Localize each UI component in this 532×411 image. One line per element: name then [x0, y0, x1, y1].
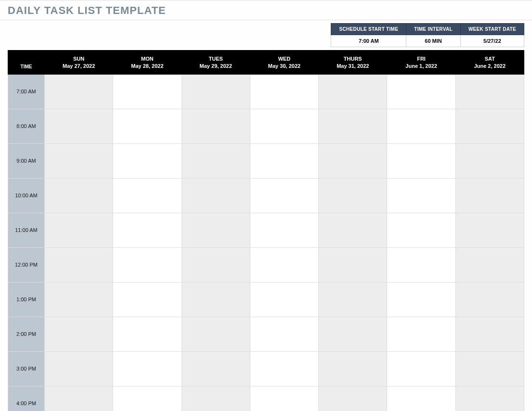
task-cell[interactable] — [455, 351, 524, 386]
task-cell[interactable] — [113, 317, 182, 351]
day-date: May 27, 2022 — [47, 63, 111, 70]
task-cell[interactable] — [182, 386, 250, 411]
day-header-fri: FRI June 1, 2022 — [387, 51, 455, 75]
settings-header-week-start: WEEK START DATE — [460, 24, 524, 35]
task-cell[interactable] — [455, 386, 524, 411]
task-cell[interactable] — [387, 247, 455, 282]
task-cell[interactable] — [319, 178, 387, 213]
day-name: TUES — [184, 55, 248, 63]
task-cell[interactable] — [319, 282, 387, 317]
settings-row: SCHEDULE START TIME TIME INTERVAL WEEK S… — [0, 20, 532, 50]
task-cell[interactable] — [45, 282, 113, 317]
task-cell[interactable] — [319, 109, 387, 143]
task-cell[interactable] — [250, 213, 318, 247]
task-cell[interactable] — [182, 247, 250, 282]
task-cell[interactable] — [182, 282, 250, 317]
schedule-row: 8:00 AM — [8, 109, 524, 143]
settings-value-interval[interactable]: 60 MIN — [406, 35, 461, 47]
task-cell[interactable] — [319, 317, 387, 351]
task-cell[interactable] — [455, 317, 524, 351]
task-cell[interactable] — [319, 247, 387, 282]
task-cell[interactable] — [113, 282, 182, 317]
task-cell[interactable] — [387, 74, 455, 109]
task-cell[interactable] — [113, 109, 182, 143]
task-cell[interactable] — [387, 351, 455, 386]
task-cell[interactable] — [455, 109, 524, 143]
task-cell[interactable] — [113, 143, 182, 178]
task-cell[interactable] — [319, 386, 387, 411]
task-cell[interactable] — [45, 386, 113, 411]
task-cell[interactable] — [455, 178, 524, 213]
task-cell[interactable] — [250, 317, 318, 351]
task-cell[interactable] — [182, 178, 250, 213]
task-cell[interactable] — [113, 74, 182, 109]
task-cell[interactable] — [45, 178, 113, 213]
day-header-tues: TUES May 29, 2022 — [182, 51, 250, 75]
schedule-row: 4:00 PM — [8, 386, 524, 411]
task-cell[interactable] — [455, 143, 524, 178]
day-name: SUN — [47, 55, 111, 63]
task-cell[interactable] — [387, 213, 455, 247]
task-cell[interactable] — [387, 386, 455, 411]
schedule-row: 11:00 AM — [8, 213, 524, 247]
schedule-row: 10:00 AM — [8, 178, 524, 213]
task-cell[interactable] — [45, 213, 113, 247]
schedule-row: 9:00 AM — [8, 143, 524, 178]
settings-table: SCHEDULE START TIME TIME INTERVAL WEEK S… — [331, 23, 524, 47]
settings-value-week-start[interactable]: 5/27/22 — [460, 35, 524, 47]
task-cell[interactable] — [45, 109, 113, 143]
time-cell: 11:00 AM — [8, 213, 45, 247]
task-cell[interactable] — [455, 282, 524, 317]
task-cell[interactable] — [113, 351, 182, 386]
schedule-row: 7:00 AM — [8, 74, 524, 109]
task-cell[interactable] — [455, 247, 524, 282]
task-cell[interactable] — [250, 282, 318, 317]
task-cell[interactable] — [182, 109, 250, 143]
task-cell[interactable] — [250, 143, 318, 178]
task-cell[interactable] — [182, 317, 250, 351]
task-cell[interactable] — [113, 247, 182, 282]
task-cell[interactable] — [113, 178, 182, 213]
task-cell[interactable] — [319, 74, 387, 109]
task-cell[interactable] — [250, 178, 318, 213]
task-cell[interactable] — [45, 317, 113, 351]
task-cell[interactable] — [182, 143, 250, 178]
task-cell[interactable] — [455, 74, 524, 109]
task-cell[interactable] — [113, 386, 182, 411]
task-cell[interactable] — [182, 74, 250, 109]
time-header: TIME — [8, 51, 45, 75]
day-date: May 31, 2022 — [321, 63, 385, 70]
settings-header-interval: TIME INTERVAL — [406, 24, 461, 35]
task-cell[interactable] — [45, 143, 113, 178]
settings-value-start-time[interactable]: 7:00 AM — [331, 35, 406, 47]
day-name: THURS — [321, 55, 385, 63]
task-cell[interactable] — [45, 74, 113, 109]
task-cell[interactable] — [250, 351, 318, 386]
time-cell: 8:00 AM — [8, 109, 45, 143]
task-cell[interactable] — [387, 282, 455, 317]
day-name: FRI — [389, 55, 453, 63]
task-cell[interactable] — [387, 317, 455, 351]
task-cell[interactable] — [387, 109, 455, 143]
day-header-sun: SUN May 27, 2022 — [45, 51, 113, 75]
time-cell: 4:00 PM — [8, 386, 45, 411]
task-cell[interactable] — [319, 213, 387, 247]
task-cell[interactable] — [387, 143, 455, 178]
task-cell[interactable] — [113, 213, 182, 247]
task-cell[interactable] — [455, 213, 524, 247]
task-cell[interactable] — [182, 213, 250, 247]
task-cell[interactable] — [319, 143, 387, 178]
schedule-wrap: TIME SUN May 27, 2022 MON May 28, 2022 T… — [0, 50, 532, 411]
task-cell[interactable] — [250, 109, 318, 143]
task-cell[interactable] — [182, 351, 250, 386]
page-title: DAILY TASK LIST TEMPLATE — [0, 0, 532, 20]
task-cell[interactable] — [45, 351, 113, 386]
task-cell[interactable] — [250, 386, 318, 411]
task-cell[interactable] — [250, 74, 318, 109]
schedule-row: 2:00 PM — [8, 317, 524, 351]
task-cell[interactable] — [250, 247, 318, 282]
task-cell[interactable] — [387, 178, 455, 213]
task-cell[interactable] — [45, 247, 113, 282]
task-cell[interactable] — [319, 351, 387, 386]
schedule-header-row: TIME SUN May 27, 2022 MON May 28, 2022 T… — [8, 51, 524, 75]
